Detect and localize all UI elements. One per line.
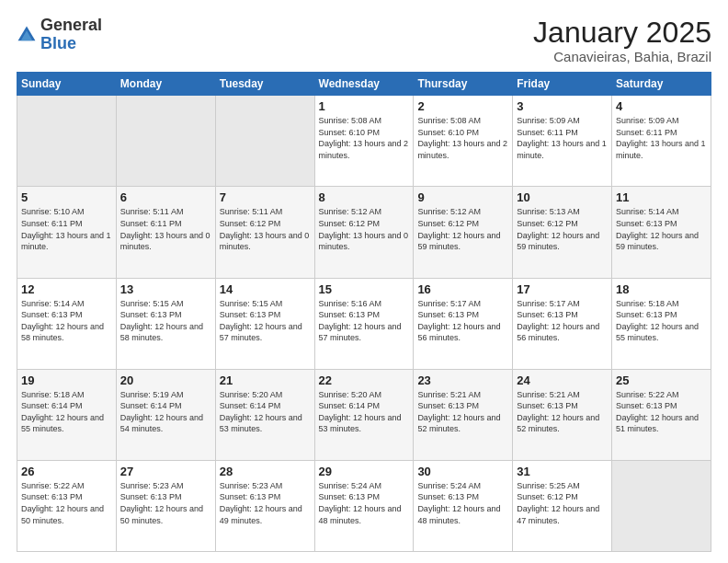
- day-info: Sunrise: 5:22 AM Sunset: 6:13 PM Dayligh…: [21, 480, 112, 526]
- table-row: 3Sunrise: 5:09 AM Sunset: 6:11 PM Daylig…: [513, 96, 612, 187]
- table-row: 6Sunrise: 5:11 AM Sunset: 6:11 PM Daylig…: [116, 187, 215, 278]
- table-row: 5Sunrise: 5:10 AM Sunset: 6:11 PM Daylig…: [17, 187, 117, 278]
- table-row: 13Sunrise: 5:15 AM Sunset: 6:13 PM Dayli…: [116, 278, 215, 369]
- day-number: 16: [417, 282, 508, 296]
- logo-general-text: General: [40, 16, 102, 34]
- day-info: Sunrise: 5:20 AM Sunset: 6:14 PM Dayligh…: [220, 389, 311, 435]
- table-row: 9Sunrise: 5:12 AM Sunset: 6:12 PM Daylig…: [414, 187, 513, 278]
- day-info: Sunrise: 5:22 AM Sunset: 6:13 PM Dayligh…: [616, 389, 707, 435]
- day-info: Sunrise: 5:11 AM Sunset: 6:11 PM Dayligh…: [120, 206, 211, 252]
- table-row: 1Sunrise: 5:08 AM Sunset: 6:10 PM Daylig…: [314, 96, 414, 187]
- table-row: 22Sunrise: 5:20 AM Sunset: 6:14 PM Dayli…: [314, 369, 414, 460]
- day-number: 8: [319, 190, 410, 204]
- day-info: Sunrise: 5:16 AM Sunset: 6:13 PM Dayligh…: [319, 298, 410, 344]
- day-number: 1: [319, 99, 410, 113]
- day-info: Sunrise: 5:18 AM Sunset: 6:13 PM Dayligh…: [616, 298, 707, 344]
- header-sunday: Sunday: [17, 73, 117, 96]
- day-info: Sunrise: 5:08 AM Sunset: 6:10 PM Dayligh…: [417, 115, 508, 161]
- title-block: January 2025 Canavieiras, Bahia, Brazil: [533, 17, 711, 64]
- day-number: 20: [120, 373, 211, 387]
- table-row: 10Sunrise: 5:13 AM Sunset: 6:12 PM Dayli…: [513, 187, 612, 278]
- day-number: 6: [120, 190, 211, 204]
- table-row: 29Sunrise: 5:24 AM Sunset: 6:13 PM Dayli…: [314, 460, 414, 551]
- day-number: 5: [21, 190, 112, 204]
- day-number: 15: [319, 282, 410, 296]
- header-wednesday: Wednesday: [314, 73, 414, 96]
- calendar-week-row: 19Sunrise: 5:18 AM Sunset: 6:14 PM Dayli…: [17, 369, 711, 460]
- logo-blue-text: Blue: [40, 34, 76, 52]
- table-row: 21Sunrise: 5:20 AM Sunset: 6:14 PM Dayli…: [215, 369, 314, 460]
- day-info: Sunrise: 5:14 AM Sunset: 6:13 PM Dayligh…: [21, 298, 112, 344]
- calendar-week-row: 5Sunrise: 5:10 AM Sunset: 6:11 PM Daylig…: [17, 187, 711, 278]
- table-row: 27Sunrise: 5:23 AM Sunset: 6:13 PM Dayli…: [116, 460, 215, 551]
- table-row: 19Sunrise: 5:18 AM Sunset: 6:14 PM Dayli…: [17, 369, 117, 460]
- header: General Blue January 2025 Canavieiras, B…: [17, 17, 711, 64]
- day-info: Sunrise: 5:13 AM Sunset: 6:12 PM Dayligh…: [517, 206, 608, 252]
- table-row: 24Sunrise: 5:21 AM Sunset: 6:13 PM Dayli…: [513, 369, 612, 460]
- logo: General Blue: [17, 17, 102, 53]
- day-number: 3: [517, 99, 608, 113]
- calendar-table: Sunday Monday Tuesday Wednesday Thursday…: [17, 72, 711, 552]
- day-info: Sunrise: 5:17 AM Sunset: 6:13 PM Dayligh…: [417, 298, 508, 344]
- table-row: 11Sunrise: 5:14 AM Sunset: 6:13 PM Dayli…: [612, 187, 711, 278]
- day-number: 9: [417, 190, 508, 204]
- table-row: 23Sunrise: 5:21 AM Sunset: 6:13 PM Dayli…: [414, 369, 513, 460]
- day-number: 21: [220, 373, 311, 387]
- day-info: Sunrise: 5:15 AM Sunset: 6:13 PM Dayligh…: [220, 298, 311, 344]
- day-number: 26: [21, 465, 112, 478]
- table-row: 31Sunrise: 5:25 AM Sunset: 6:12 PM Dayli…: [513, 460, 612, 551]
- day-info: Sunrise: 5:25 AM Sunset: 6:12 PM Dayligh…: [517, 480, 608, 526]
- day-number: 22: [319, 373, 410, 387]
- table-row: 20Sunrise: 5:19 AM Sunset: 6:14 PM Dayli…: [116, 369, 215, 460]
- table-row: 8Sunrise: 5:12 AM Sunset: 6:12 PM Daylig…: [314, 187, 414, 278]
- day-info: Sunrise: 5:19 AM Sunset: 6:14 PM Dayligh…: [120, 389, 211, 435]
- table-row: 14Sunrise: 5:15 AM Sunset: 6:13 PM Dayli…: [215, 278, 314, 369]
- day-info: Sunrise: 5:14 AM Sunset: 6:13 PM Dayligh…: [616, 206, 707, 252]
- calendar-subtitle: Canavieiras, Bahia, Brazil: [533, 49, 711, 64]
- calendar-title: January 2025: [533, 17, 711, 49]
- day-number: 29: [319, 465, 410, 478]
- table-row: [116, 96, 215, 187]
- weekday-header-row: Sunday Monday Tuesday Wednesday Thursday…: [17, 73, 711, 96]
- day-number: 14: [220, 282, 311, 296]
- day-info: Sunrise: 5:24 AM Sunset: 6:13 PM Dayligh…: [319, 480, 410, 526]
- table-row: 28Sunrise: 5:23 AM Sunset: 6:13 PM Dayli…: [215, 460, 314, 551]
- day-number: 10: [517, 190, 608, 204]
- day-info: Sunrise: 5:21 AM Sunset: 6:13 PM Dayligh…: [517, 389, 608, 435]
- header-friday: Friday: [513, 73, 612, 96]
- table-row: [215, 96, 314, 187]
- table-row: 2Sunrise: 5:08 AM Sunset: 6:10 PM Daylig…: [414, 96, 513, 187]
- day-info: Sunrise: 5:20 AM Sunset: 6:14 PM Dayligh…: [319, 389, 410, 435]
- day-info: Sunrise: 5:15 AM Sunset: 6:13 PM Dayligh…: [120, 298, 211, 344]
- header-tuesday: Tuesday: [215, 73, 314, 96]
- day-info: Sunrise: 5:10 AM Sunset: 6:11 PM Dayligh…: [21, 206, 112, 252]
- table-row: 17Sunrise: 5:17 AM Sunset: 6:13 PM Dayli…: [513, 278, 612, 369]
- day-info: Sunrise: 5:24 AM Sunset: 6:13 PM Dayligh…: [417, 480, 508, 526]
- day-number: 18: [616, 282, 707, 296]
- table-row: 12Sunrise: 5:14 AM Sunset: 6:13 PM Dayli…: [17, 278, 117, 369]
- day-number: 13: [120, 282, 211, 296]
- day-info: Sunrise: 5:08 AM Sunset: 6:10 PM Dayligh…: [319, 115, 410, 161]
- calendar-week-row: 1Sunrise: 5:08 AM Sunset: 6:10 PM Daylig…: [17, 96, 711, 187]
- table-row: [17, 96, 117, 187]
- day-number: 30: [417, 465, 508, 478]
- day-info: Sunrise: 5:17 AM Sunset: 6:13 PM Dayligh…: [517, 298, 608, 344]
- calendar-week-row: 26Sunrise: 5:22 AM Sunset: 6:13 PM Dayli…: [17, 460, 711, 551]
- day-number: 31: [517, 465, 608, 478]
- table-row: 30Sunrise: 5:24 AM Sunset: 6:13 PM Dayli…: [414, 460, 513, 551]
- table-row: [612, 460, 711, 551]
- header-saturday: Saturday: [612, 73, 711, 96]
- day-info: Sunrise: 5:23 AM Sunset: 6:13 PM Dayligh…: [220, 480, 311, 526]
- day-number: 23: [417, 373, 508, 387]
- table-row: 15Sunrise: 5:16 AM Sunset: 6:13 PM Dayli…: [314, 278, 414, 369]
- day-number: 25: [616, 373, 707, 387]
- table-row: 26Sunrise: 5:22 AM Sunset: 6:13 PM Dayli…: [17, 460, 117, 551]
- logo-icon: [17, 25, 37, 45]
- day-info: Sunrise: 5:23 AM Sunset: 6:13 PM Dayligh…: [120, 480, 211, 526]
- day-info: Sunrise: 5:09 AM Sunset: 6:11 PM Dayligh…: [616, 115, 707, 161]
- day-number: 4: [616, 99, 707, 113]
- day-info: Sunrise: 5:12 AM Sunset: 6:12 PM Dayligh…: [319, 206, 410, 252]
- day-number: 28: [220, 465, 311, 478]
- header-monday: Monday: [116, 73, 215, 96]
- table-row: 18Sunrise: 5:18 AM Sunset: 6:13 PM Dayli…: [612, 278, 711, 369]
